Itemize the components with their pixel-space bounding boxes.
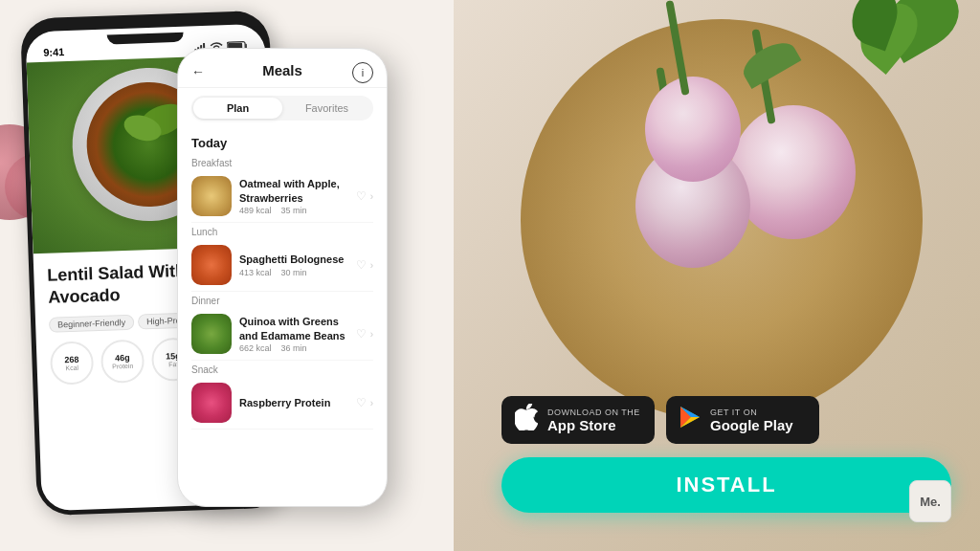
meals-header: ← Meals i [178, 49, 387, 88]
meal-item-raspberry[interactable]: Raspberry Protein ♡ › [191, 377, 373, 430]
right-content: Download on the App Store GET IT ON Goog… [473, 0, 980, 551]
tab-plan[interactable]: Plan [193, 98, 282, 119]
apple-icon [515, 404, 538, 436]
google-play-button[interactable]: GET IT ON Google Play [666, 396, 819, 444]
app-store-sub-label: Download on the [547, 408, 640, 417]
meals-section: Today Breakfast Oatmeal with Apple, Stra… [178, 128, 387, 430]
meal-actions-quinoa: ♡ › [356, 327, 373, 341]
meal-name-raspberry: Raspberry Protein [239, 396, 348, 409]
me-badge: Me. [909, 480, 951, 522]
meal-info-oatmeal: Oatmeal with Apple, Strawberries 489 kca… [239, 177, 348, 215]
phone-front: ← Meals i Plan Favorites Today Breakfast… [177, 48, 388, 507]
meal-info-raspberry: Raspberry Protein [239, 396, 348, 409]
meal-actions-spaghetti: ♡ › [356, 258, 373, 272]
meal-category-snack: Snack [191, 361, 373, 377]
meal-category-breakfast: Breakfast [191, 154, 373, 170]
install-button[interactable]: INSTALL [501, 457, 951, 513]
chevron-icon-oatmeal[interactable]: › [370, 191, 373, 202]
meal-item-quinoa[interactable]: Quinoa with Greens and Edamame Beans 662… [191, 308, 373, 361]
chevron-icon-raspberry[interactable]: › [370, 398, 373, 408]
meal-meta-oatmeal: 489 kcal 35 min [239, 206, 348, 215]
meal-actions-raspberry: ♡ › [356, 396, 373, 409]
meal-image-raspberry [191, 383, 232, 423]
stat-kcal-label: Kcal [65, 364, 78, 371]
stat-kcal: 268 Kcal [50, 341, 95, 386]
app-store-text: Download on the App Store [547, 408, 640, 433]
meal-actions-oatmeal: ♡ › [356, 189, 373, 203]
heart-icon-quinoa[interactable]: ♡ [356, 327, 367, 341]
chevron-icon-quinoa[interactable]: › [370, 329, 373, 340]
meal-item-spaghetti[interactable]: Spaghetti Bolognese 413 kcal 30 min ♡ › [191, 239, 373, 292]
heart-icon-spaghetti[interactable]: ♡ [356, 258, 367, 272]
stat-protein-value: 46g [115, 353, 130, 364]
stat-kcal-value: 268 [64, 355, 78, 365]
app-store-main-label: App Store [547, 417, 640, 433]
meals-back-arrow[interactable]: ← [191, 64, 205, 79]
meal-category-dinner: Dinner [191, 292, 373, 308]
meal-meta-spaghetti: 413 kcal 30 min [239, 268, 348, 277]
meal-name-quinoa: Quinoa with Greens and Edamame Beans [239, 315, 348, 342]
heart-icon-raspberry[interactable]: ♡ [356, 396, 367, 409]
tag-beginner: Beginner-Friendly [49, 315, 135, 333]
meal-item-oatmeal[interactable]: Oatmeal with Apple, Strawberries 489 kca… [191, 170, 373, 223]
info-icon: i [362, 67, 364, 78]
heart-icon-oatmeal[interactable]: ♡ [356, 189, 367, 203]
store-buttons: Download on the App Store GET IT ON Goog… [501, 396, 951, 444]
status-time: 9:41 [43, 46, 64, 58]
google-play-text: GET IT ON Google Play [710, 408, 793, 433]
meal-category-lunch: Lunch [191, 223, 373, 239]
google-play-main-label: Google Play [710, 417, 793, 433]
meal-image-oatmeal [191, 176, 232, 216]
meals-title: Meals [262, 62, 302, 78]
meal-name-spaghetti: Spaghetti Bolognese [239, 253, 348, 266]
chevron-icon-spaghetti[interactable]: › [370, 260, 373, 271]
meal-meta-quinoa: 662 kcal 36 min [239, 343, 348, 353]
info-button[interactable]: i [352, 62, 373, 83]
tab-bar: Plan Favorites [191, 96, 373, 121]
stat-protein: 46g Protein [100, 339, 145, 384]
meal-info-spaghetti: Spaghetti Bolognese 413 kcal 30 min [239, 253, 348, 276]
google-play-icon [679, 406, 701, 434]
meal-image-spaghetti [191, 245, 232, 285]
google-play-sub-label: GET IT ON [710, 408, 793, 417]
tab-favorites[interactable]: Favorites [282, 98, 371, 119]
app-store-button[interactable]: Download on the App Store [501, 396, 655, 444]
section-today: Today [191, 128, 373, 154]
meal-image-quinoa [191, 314, 232, 354]
meal-name-oatmeal: Oatmeal with Apple, Strawberries [239, 177, 348, 205]
meal-info-quinoa: Quinoa with Greens and Edamame Beans 662… [239, 315, 348, 353]
stat-protein-label: Protein [112, 363, 133, 370]
